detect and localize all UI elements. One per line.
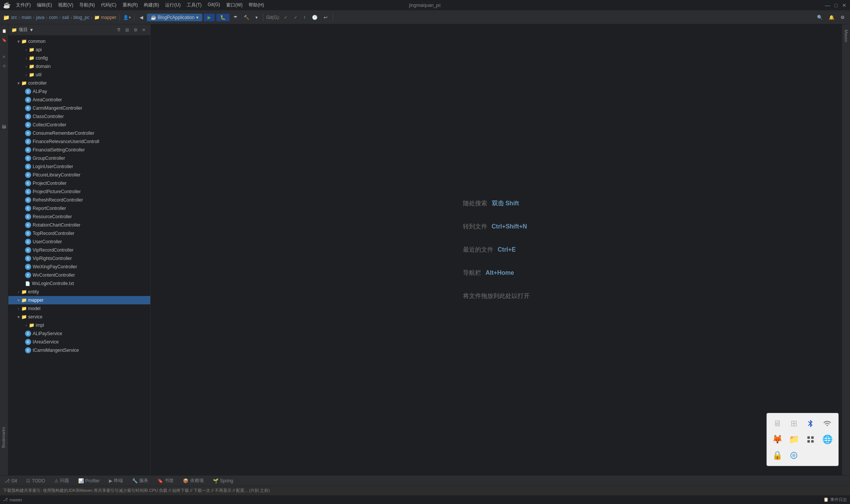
menu-code[interactable]: 代码(C) xyxy=(98,1,120,9)
tree-item-refreshrecord[interactable]: C RefreshRecordController xyxy=(8,196,150,204)
bc-com[interactable]: com xyxy=(49,15,58,20)
panel-title-dropdown[interactable]: ▼ xyxy=(29,27,34,33)
tree-item-resourcecontroller[interactable]: C ResourceController xyxy=(8,213,150,221)
tree-item-icarmimangent[interactable]: C ICarmiMangentService xyxy=(8,346,150,354)
panel-close-button[interactable]: ✕ xyxy=(140,27,147,33)
taskbar-bluetooth[interactable] xyxy=(803,416,818,431)
tree-item-util[interactable]: › 📁 util xyxy=(8,71,150,79)
tree-item-wxlogin[interactable]: 📄 WxLoginControlle.txt xyxy=(8,279,150,288)
taskbar-circle[interactable] xyxy=(787,448,801,463)
bc-mapper[interactable]: 📁 mapper xyxy=(94,15,116,20)
bookmarks-strip-icon[interactable]: 🔖 xyxy=(1,36,8,43)
tree-item-mapper[interactable]: ▼ 📁 mapper xyxy=(8,296,150,304)
more-run-button[interactable]: ▾ xyxy=(253,14,260,21)
user-icon[interactable]: 👤▾ xyxy=(123,15,131,20)
tab-issues[interactable]: ⚠ 问题 xyxy=(53,477,71,485)
search-everywhere-button[interactable]: 🔍 xyxy=(815,14,825,21)
tree-item-financialsetting[interactable]: C FinancialSettingController xyxy=(8,146,150,154)
menu-build[interactable]: 构建(B) xyxy=(141,1,162,9)
structure-label[interactable]: 结构 xyxy=(0,129,8,135)
menu-window[interactable]: 窗口(W) xyxy=(223,1,246,9)
taskbar-network[interactable] xyxy=(820,416,834,431)
tree-item-alipay[interactable]: C ALiPay xyxy=(8,87,150,96)
tree-item-viprights[interactable]: C VipRightsController xyxy=(8,254,150,263)
tree-item-financerelevance[interactable]: C FinanceRelevanceUseridControll xyxy=(8,137,150,146)
git-checkmark-button[interactable]: ✓ xyxy=(282,14,290,21)
settings-button[interactable]: ⚙ xyxy=(838,14,847,21)
tree-item-entity[interactable]: › 📁 entity xyxy=(8,288,150,296)
maximize-button[interactable]: □ xyxy=(833,3,839,8)
taskbar-monitor[interactable]: 🖥 xyxy=(770,416,784,431)
tab-spring[interactable]: 🌱 Spring xyxy=(211,477,235,484)
tree-item-areacontroller[interactable]: C AreaController xyxy=(8,96,150,104)
notifications-button[interactable]: 🔔 xyxy=(826,14,837,21)
bookmarks-vertical-label[interactable]: Bookmarks xyxy=(0,424,7,451)
bc-src[interactable]: src xyxy=(11,15,17,20)
tree-item-carmimangent[interactable]: C CarmiMangentController xyxy=(8,104,150,112)
debug-button[interactable]: 🐛 xyxy=(216,14,230,21)
coverage-button[interactable]: ☂ xyxy=(231,14,240,21)
tree-item-api[interactable]: › 📁 api xyxy=(8,46,150,54)
tree-item-model[interactable]: › 📁 model xyxy=(8,304,150,313)
menu-tools[interactable]: 工具(T) xyxy=(184,1,205,9)
menu-navigate[interactable]: 导航(N) xyxy=(76,1,98,9)
close-button[interactable]: ✕ xyxy=(842,3,847,8)
tab-deps[interactable]: 📦 依赖项 xyxy=(181,477,205,485)
tree-item-projectcontroller[interactable]: C ProjectController xyxy=(8,179,150,187)
menu-view[interactable]: 视图(V) xyxy=(55,1,76,9)
maven-label[interactable]: Maven xyxy=(843,27,849,44)
menu-edit[interactable]: 编辑(E) xyxy=(34,1,55,9)
tree-item-iareaservice[interactable]: C IAreaService xyxy=(8,338,150,346)
tree-item-common[interactable]: ▼ 📁 common xyxy=(8,37,150,46)
taskbar-grid[interactable] xyxy=(803,432,818,447)
tree-item-weixingpay[interactable]: C WeiXingPayController xyxy=(8,263,150,271)
menu-help[interactable]: 帮助(H) xyxy=(246,1,267,9)
tree-item-alipayservice[interactable]: C ALiPayService xyxy=(8,329,150,338)
tab-bookmarks[interactable]: 🔖 书签 xyxy=(156,477,175,485)
tree-item-projectpicture[interactable]: C ProjectPictureController xyxy=(8,187,150,196)
taskbar-folder[interactable]: 📁 xyxy=(787,432,801,447)
build-button[interactable]: 🔨 xyxy=(241,14,252,21)
minimize-button[interactable]: — xyxy=(825,3,830,8)
bc-java[interactable]: java xyxy=(36,15,44,20)
panel-collapse-all[interactable]: ⇈ xyxy=(115,27,122,33)
tree-item-reportcontroller[interactable]: C ReportController xyxy=(8,204,150,213)
bc-main[interactable]: main xyxy=(22,15,31,20)
menu-run[interactable]: 运行(U) xyxy=(162,1,184,9)
status-git[interactable]: ⎇ master xyxy=(3,497,22,502)
git-push-button[interactable]: ↑ xyxy=(301,14,308,21)
tree-item-classcontroller[interactable]: C ClassController xyxy=(8,112,150,121)
taskbar-lock[interactable]: 🔒 xyxy=(770,448,784,463)
tab-todo[interactable]: ☑ TODO xyxy=(25,477,46,484)
tree-item-toprecord[interactable]: C TopRecordController xyxy=(8,229,150,238)
taskbar-firefox[interactable]: 🦊 xyxy=(770,432,784,447)
git-checkmark2-button[interactable]: ✓ xyxy=(291,14,300,21)
run-button[interactable]: ▶ xyxy=(204,14,215,21)
tab-git[interactable]: ⎇ Git xyxy=(3,477,19,484)
tab-terminal[interactable]: ▶ 终端 xyxy=(107,477,124,485)
bc-blog[interactable]: blog_pc xyxy=(74,15,90,20)
tree-item-wvcontent[interactable]: C WvContentController xyxy=(8,271,150,279)
tree-item-service[interactable]: ▼ 📁 service xyxy=(8,313,150,321)
tree-item-impl[interactable]: › 📁 impl xyxy=(8,321,150,329)
tree-item-domain[interactable]: › 📁 domain xyxy=(8,62,150,71)
tree-item-usercontroller[interactable]: C UserController xyxy=(8,238,150,246)
tree-item-groupcontroller[interactable]: C GroupController xyxy=(8,154,150,162)
tree-item-pitcurelibrary[interactable]: C PitcureLibraryController xyxy=(8,171,150,179)
panel-settings-button[interactable]: ⚙ xyxy=(132,27,139,33)
tree-item-loginusercontroller[interactable]: C LoginUserController xyxy=(8,162,150,171)
taskbar-winstart[interactable]: ⊞ xyxy=(787,416,801,431)
commit-strip-icon[interactable]: ⊙ xyxy=(1,62,8,69)
taskbar-chrome[interactable]: 🌐 xyxy=(820,432,834,447)
tree-item-rotationchart[interactable]: C RotationChartController xyxy=(8,221,150,229)
tree-item-consumeremember[interactable]: C ConsumeRememberController xyxy=(8,129,150,137)
tree-item-config[interactable]: › 📁 config xyxy=(8,54,150,62)
menu-file[interactable]: 文件(F) xyxy=(13,1,34,9)
project-icon[interactable]: 📋 xyxy=(1,27,8,34)
tab-services[interactable]: 🔧 服务 xyxy=(131,477,150,485)
menu-git[interactable]: Git(G) xyxy=(205,1,223,9)
git-history-button[interactable]: 🕐 xyxy=(310,14,320,21)
tab-profiler[interactable]: 📊 Profiler xyxy=(77,477,101,484)
tree-item-collectcontroller[interactable]: C CollectController xyxy=(8,121,150,129)
tree-item-viprecord[interactable]: C VipRecordController xyxy=(8,246,150,254)
